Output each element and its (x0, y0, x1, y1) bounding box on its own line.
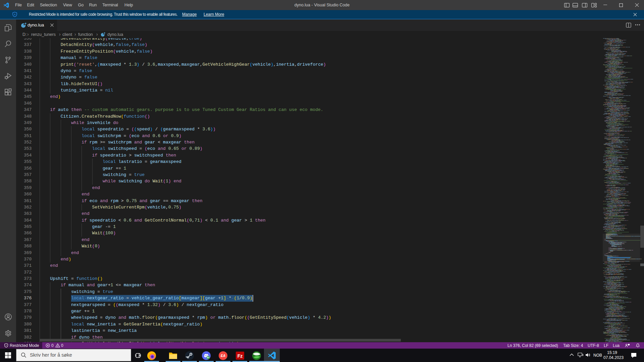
svg-text:9+: 9+ (207, 356, 210, 359)
svg-text:EA: EA (221, 354, 225, 358)
svg-text:Fz: Fz (237, 353, 243, 358)
